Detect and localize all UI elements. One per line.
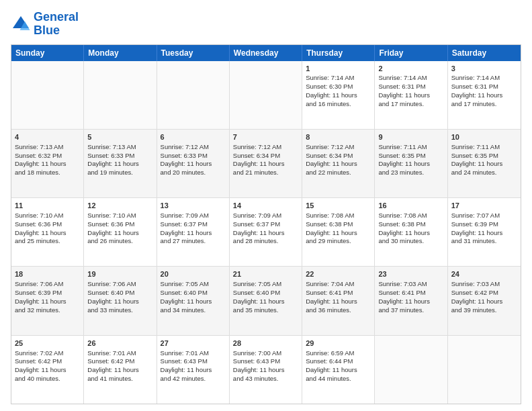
calendar-week-row: 1Sunrise: 7:14 AMSunset: 6:30 PMDaylight…	[11, 61, 521, 130]
calendar-day-cell: 25Sunrise: 7:02 AMSunset: 6:42 PMDayligh…	[11, 336, 84, 404]
day-info-line: Sunset: 6:42 PM	[451, 289, 517, 298]
day-info-line: Daylight: 11 hours	[233, 229, 298, 238]
day-info-line: Sunrise: 7:14 AM	[378, 74, 443, 83]
weekday-header: Monday	[84, 45, 157, 61]
day-info-line: Daylight: 11 hours	[15, 229, 80, 238]
day-info-line: and 29 minutes.	[306, 237, 371, 246]
calendar-empty-cell	[157, 61, 230, 129]
day-info-line: Sunset: 6:32 PM	[15, 152, 80, 161]
day-info-line: Sunset: 6:35 PM	[378, 152, 443, 161]
calendar-day-cell: 18Sunrise: 7:06 AMSunset: 6:39 PMDayligh…	[11, 267, 84, 334]
day-number: 18	[15, 269, 80, 279]
day-info-line: and 34 minutes.	[161, 306, 226, 315]
day-number: 9	[378, 132, 443, 142]
day-info-line: Sunrise: 7:12 AM	[306, 143, 371, 152]
day-info-line: Sunset: 6:39 PM	[15, 289, 80, 298]
calendar-day-cell: 1Sunrise: 7:14 AMSunset: 6:30 PMDaylight…	[302, 61, 375, 129]
day-number: 19	[87, 269, 152, 279]
weekday-header: Saturday	[448, 45, 521, 61]
calendar-week-row: 18Sunrise: 7:06 AMSunset: 6:39 PMDayligh…	[11, 267, 521, 335]
day-info-line: and 36 minutes.	[306, 306, 371, 315]
day-info-line: Sunset: 6:31 PM	[451, 83, 517, 91]
day-info-line: Sunrise: 7:12 AM	[233, 143, 298, 152]
calendar-day-cell: 20Sunrise: 7:05 AMSunset: 6:40 PMDayligh…	[157, 267, 230, 334]
calendar-week-row: 25Sunrise: 7:02 AMSunset: 6:42 PMDayligh…	[11, 336, 521, 404]
day-info-line: Daylight: 11 hours	[15, 160, 80, 169]
day-info-line: Daylight: 11 hours	[451, 229, 517, 238]
day-info-line: Sunrise: 7:05 AM	[233, 280, 298, 289]
day-number: 13	[161, 201, 226, 211]
day-number: 17	[451, 201, 517, 211]
day-info-line: Sunrise: 7:12 AM	[161, 143, 226, 152]
day-info-line: Daylight: 11 hours	[233, 160, 298, 169]
day-number: 12	[87, 201, 152, 211]
day-info-line: Sunset: 6:38 PM	[306, 220, 371, 229]
day-number: 28	[233, 338, 298, 349]
day-info-line: Sunset: 6:40 PM	[233, 289, 298, 298]
day-info-line: Daylight: 11 hours	[87, 229, 152, 238]
calendar-day-cell: 27Sunrise: 7:01 AMSunset: 6:43 PMDayligh…	[157, 336, 230, 404]
weekday-header: Thursday	[302, 45, 375, 61]
logo: General Blue	[11, 11, 79, 38]
calendar-day-cell: 8Sunrise: 7:12 AMSunset: 6:34 PMDaylight…	[302, 130, 375, 197]
calendar-day-cell: 2Sunrise: 7:14 AMSunset: 6:31 PMDaylight…	[375, 61, 447, 129]
day-info-line: Sunrise: 7:01 AM	[87, 349, 152, 358]
day-info-line: Sunrise: 7:11 AM	[451, 143, 517, 152]
day-info-line: Daylight: 11 hours	[306, 91, 371, 100]
day-number: 8	[306, 132, 371, 142]
day-info-line: and 20 minutes.	[161, 169, 226, 177]
day-number: 15	[306, 201, 371, 211]
calendar-day-cell: 11Sunrise: 7:10 AMSunset: 6:36 PMDayligh…	[11, 198, 84, 266]
day-info-line: Sunrise: 7:00 AM	[233, 349, 298, 358]
calendar-day-cell: 28Sunrise: 7:00 AMSunset: 6:43 PMDayligh…	[230, 336, 302, 404]
day-info-line: Sunset: 6:36 PM	[87, 220, 152, 229]
day-number: 25	[15, 338, 80, 349]
day-info-line: Sunset: 6:35 PM	[451, 152, 517, 161]
day-info-line: and 37 minutes.	[378, 306, 443, 315]
calendar-empty-cell	[230, 61, 302, 129]
day-info-line: Sunset: 6:42 PM	[87, 357, 152, 366]
day-info-line: and 32 minutes.	[15, 306, 80, 315]
calendar-day-cell: 12Sunrise: 7:10 AMSunset: 6:36 PMDayligh…	[84, 198, 157, 266]
day-info-line: Sunset: 6:41 PM	[378, 289, 443, 298]
day-info-line: Sunset: 6:33 PM	[87, 152, 152, 161]
day-info-line: and 21 minutes.	[233, 169, 298, 177]
day-info-line: and 27 minutes.	[161, 237, 226, 246]
calendar-day-cell: 4Sunrise: 7:13 AMSunset: 6:32 PMDaylight…	[11, 130, 84, 197]
day-info-line: Sunrise: 7:06 AM	[15, 280, 80, 289]
day-number: 23	[378, 269, 443, 279]
day-info-line: Sunset: 6:42 PM	[15, 357, 80, 366]
day-info-line: Daylight: 11 hours	[306, 160, 371, 169]
day-info-line: Sunrise: 7:08 AM	[306, 212, 371, 220]
day-info-line: Sunset: 6:37 PM	[161, 220, 226, 229]
day-info-line: Sunset: 6:38 PM	[378, 220, 443, 229]
calendar-day-cell: 21Sunrise: 7:05 AMSunset: 6:40 PMDayligh…	[230, 267, 302, 334]
day-info-line: Sunrise: 7:03 AM	[451, 280, 517, 289]
day-number: 26	[87, 338, 152, 349]
day-info-line: Sunset: 6:41 PM	[306, 289, 371, 298]
calendar-body: 1Sunrise: 7:14 AMSunset: 6:30 PMDaylight…	[11, 61, 521, 404]
weekday-header: Wednesday	[230, 45, 302, 61]
day-info-line: and 16 minutes.	[306, 100, 371, 109]
day-info-line: Daylight: 11 hours	[233, 366, 298, 375]
day-info-line: Sunset: 6:37 PM	[233, 220, 298, 229]
calendar-week-row: 4Sunrise: 7:13 AMSunset: 6:32 PMDaylight…	[11, 130, 521, 198]
day-info-line: and 26 minutes.	[87, 237, 152, 246]
day-number: 14	[233, 201, 298, 211]
day-info-line: Sunset: 6:39 PM	[451, 220, 517, 229]
calendar-empty-cell	[11, 61, 84, 129]
day-info-line: Daylight: 11 hours	[306, 229, 371, 238]
calendar-empty-cell	[375, 336, 447, 404]
day-info-line: Sunrise: 7:14 AM	[451, 74, 517, 83]
day-number: 24	[451, 269, 517, 279]
day-number: 4	[15, 132, 80, 142]
calendar-day-cell: 3Sunrise: 7:14 AMSunset: 6:31 PMDaylight…	[448, 61, 521, 129]
day-info-line: Daylight: 11 hours	[15, 298, 80, 306]
day-info-line: Daylight: 11 hours	[378, 229, 443, 238]
day-info-line: Daylight: 11 hours	[87, 298, 152, 306]
day-info-line: Sunrise: 7:14 AM	[306, 74, 371, 83]
calendar-day-cell: 5Sunrise: 7:13 AMSunset: 6:33 PMDaylight…	[84, 130, 157, 197]
logo-icon	[11, 14, 31, 34]
day-info-line: Sunset: 6:36 PM	[15, 220, 80, 229]
day-info-line: and 35 minutes.	[233, 306, 298, 315]
